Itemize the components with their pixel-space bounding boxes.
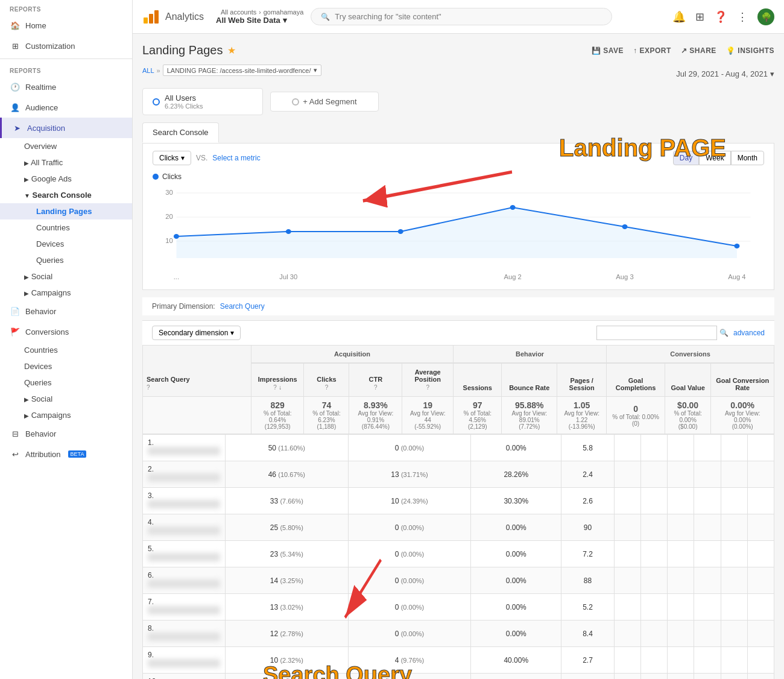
row-avg-position: 5.8 [561, 435, 615, 461]
content-wrapper: Landing PAGE Search Query [142, 122, 774, 679]
sidebar-item-conv-queries[interactable]: Queries [0, 374, 132, 391]
primary-dimension-row: Primary Dimension: Search Query [142, 297, 774, 315]
row-goal-value [721, 567, 747, 594]
row-goal-completions [694, 647, 721, 674]
sidebar-item-conv-devices[interactable]: Devices [0, 358, 132, 374]
sidebar-item-attribution[interactable]: ↩ Attribution BETA [0, 444, 132, 464]
save-button[interactable]: 💾 SAVE [592, 46, 624, 55]
row-num: 10. [143, 674, 226, 680]
sidebar-item-countries[interactable]: Countries [0, 219, 132, 236]
row-ctr: 40.00% [471, 674, 561, 680]
sessions-header: Sessions [454, 363, 502, 397]
sidebar-item-conv-countries[interactable]: Countries [0, 342, 132, 358]
search-input[interactable] [335, 12, 602, 21]
row-bounce-rate [641, 674, 668, 680]
share-icon: ↗ [681, 46, 688, 55]
row-bounce-rate [641, 435, 668, 461]
sidebar-item-conv-social[interactable]: ▶ Social [0, 391, 132, 407]
breadcrumb-page-path[interactable]: LANDING PAGE: /access-site-limited-wordf… [163, 65, 321, 76]
impressions-sort-icon[interactable]: ↓ [279, 384, 282, 391]
more-icon[interactable]: ⋮ [737, 10, 748, 24]
add-segment-button[interactable]: + Add Segment [270, 92, 379, 112]
breadcrumb-all[interactable]: ALL [142, 67, 154, 74]
select-metric-link[interactable]: Select a metric [212, 154, 260, 162]
topbar: Analytics All accounts › gomahamaya All … [133, 0, 784, 34]
grid-icon[interactable]: ⊞ [695, 10, 704, 24]
advanced-link[interactable]: advanced [733, 329, 765, 337]
table-controls: Secondary dimension ▾ 🔍 advanced [142, 320, 774, 345]
share-button[interactable]: ↗ SHARE [681, 46, 716, 55]
row-goal-conv-rate [747, 461, 774, 488]
row-clicks: 10 (24.39%) [348, 488, 471, 514]
sidebar-item-conversions[interactable]: 🚩 Conversions [0, 321, 132, 342]
secondary-dimension-button[interactable]: Secondary dimension ▾ [152, 326, 241, 340]
row-bounce-rate [641, 647, 668, 674]
search-query-help-icon[interactable]: ? [147, 384, 150, 391]
week-button[interactable]: Week [699, 151, 730, 165]
totals-avg-position: 19 Avg for View: 44 (-55.92%) [402, 397, 454, 434]
sidebar-item-customization[interactable]: ⊞ Customization [0, 36, 132, 56]
bell-icon[interactable]: 🔔 [672, 10, 686, 24]
row-num: 5. [143, 541, 226, 567]
row-bounce-rate [641, 567, 668, 594]
sidebar-item-social[interactable]: ▶ Social [0, 268, 132, 285]
sidebar-item-realtime[interactable]: 🕐 Realtime [0, 77, 132, 97]
day-button[interactable]: Day [673, 151, 699, 165]
date-range[interactable]: Jul 29, 2021 - Aug 4, 2021 ▾ [676, 69, 774, 78]
sidebar-item-all-traffic[interactable]: ▶ All Traffic [0, 154, 132, 171]
legend-dot [153, 174, 159, 180]
sidebar-item-home[interactable]: 🏠 Home [0, 15, 132, 36]
row-goal-completions [694, 435, 721, 461]
svg-rect-2 [154, 10, 159, 24]
table-search-icon[interactable]: 🔍 [719, 329, 729, 337]
acquisition-group-header: Acquisition [251, 346, 454, 364]
table-row: 1. 50 (11.60%) 0 (0.00%) 0.00% 5.8 [143, 435, 774, 461]
sidebar-item-devices[interactable]: Devices [0, 236, 132, 252]
sidebar-reports-label-1: REPORTS [0, 0, 132, 15]
row-ctr: 28.26% [471, 461, 561, 488]
export-button[interactable]: ↑ EXPORT [633, 46, 671, 55]
svg-point-17 [734, 244, 739, 248]
totals-label [143, 397, 251, 434]
row-pages-session [668, 514, 694, 541]
account-selector[interactable]: All Web Site Data ▾ [216, 16, 303, 25]
row-avg-position: 7.2 [561, 541, 615, 567]
chart-container: 30 20 10 [153, 186, 764, 282]
sidebar-item-acquisition[interactable]: ➤ Acquisition [0, 118, 132, 138]
row-num: 8. [143, 621, 226, 647]
totals-goal-value: $0.00 % of Total: 0.00% ($0.00) [665, 397, 710, 434]
sidebar-item-overview[interactable]: Overview [0, 138, 132, 154]
user-avatar[interactable]: 🌳 [757, 8, 774, 25]
sidebar-item-landing-pages[interactable]: Landing Pages [0, 203, 132, 219]
search-icon: 🔍 [321, 13, 330, 21]
blurred-query [148, 580, 220, 588]
chart-controls: Clicks ▾ VS. Select a metric Day Week Mo… [153, 151, 764, 165]
svg-point-16 [622, 224, 628, 229]
row-sessions [614, 461, 640, 488]
page-header: Landing Pages ★ 💾 SAVE ↑ EXPORT ↗ SHARE [142, 43, 774, 57]
audience-icon: 👤 [10, 102, 21, 113]
sidebar-item-behavior2[interactable]: ⊟ Behavior [0, 423, 132, 444]
sidebar-item-campaigns[interactable]: ▶ Campaigns [0, 285, 132, 301]
sidebar-item-audience[interactable]: 👤 Audience [0, 97, 132, 118]
sidebar-item-conv-campaigns[interactable]: ▶ Campaigns [0, 407, 132, 423]
row-ctr: 0.00% [471, 541, 561, 567]
sidebar-item-behavior[interactable]: 📄 Behavior [0, 301, 132, 321]
month-button[interactable]: Month [731, 151, 764, 165]
search-console-tab[interactable]: Search Console [142, 122, 219, 143]
row-impressions: 12 (2.78%) [226, 621, 349, 647]
row-goal-completions [694, 621, 721, 647]
sidebar-item-queries[interactable]: Queries [0, 252, 132, 268]
svg-point-12 [174, 234, 179, 239]
row-pages-session [668, 594, 694, 621]
data-table: Search Query ? Acquisition Behavior Conv… [142, 345, 774, 434]
sidebar-item-google-ads[interactable]: ▶ Google Ads [0, 171, 132, 187]
sidebar-item-search-console[interactable]: ▼ Search Console [0, 187, 132, 203]
search-bar[interactable]: 🔍 [311, 8, 612, 25]
all-users-segment[interactable]: All Users 6.23% Clicks [142, 88, 263, 115]
primary-dim-value[interactable]: Search Query [220, 302, 265, 311]
table-search-input[interactable] [596, 326, 717, 340]
insights-button[interactable]: 💡 INSIGHTS [726, 46, 774, 55]
help-icon[interactable]: ❓ [714, 10, 727, 24]
clicks-metric-button[interactable]: Clicks ▾ [153, 151, 191, 165]
